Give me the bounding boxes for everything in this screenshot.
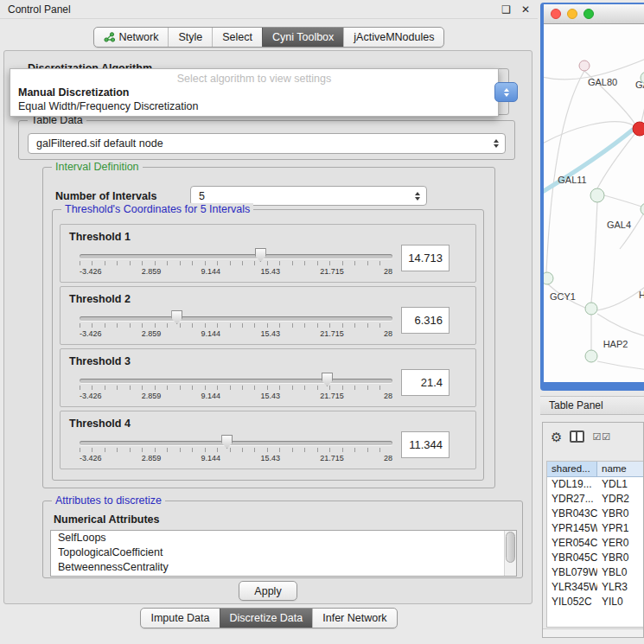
table-cell[interactable]: YER0 bbox=[597, 536, 643, 551]
tab-discretize-data[interactable]: Discretize Data bbox=[220, 609, 313, 628]
threshold-value-field[interactable]: 11.344 bbox=[401, 431, 450, 458]
table-row[interactable]: YDR27... YDR2 bbox=[547, 492, 643, 507]
slider-thumb[interactable] bbox=[322, 373, 333, 386]
threshold-2-slider[interactable]: -3.426 2.859 9.144 15.43 21.715 28 bbox=[80, 311, 392, 341]
scale-label: 15.43 bbox=[260, 267, 280, 276]
table-cell[interactable]: YBR043C bbox=[547, 507, 597, 521]
table-cell[interactable]: YPR145W bbox=[547, 521, 597, 536]
threshold-1-slider[interactable]: -3.426 2.859 9.144 15.43 21.715 28 bbox=[80, 249, 392, 278]
table-cell[interactable]: YBL0 bbox=[597, 565, 643, 580]
slider-track[interactable] bbox=[80, 254, 392, 258]
table-row[interactable]: YER054C YER0 bbox=[547, 536, 643, 551]
table-cell[interactable]: YLR345W bbox=[547, 580, 597, 595]
column-layout-icon[interactable] bbox=[570, 430, 584, 443]
slider-thumb[interactable] bbox=[171, 310, 182, 324]
list-item[interactable]: BetweennessCentrality bbox=[51, 560, 516, 575]
table-row[interactable]: YDL19... YDL1 bbox=[547, 477, 643, 492]
threshold-3-slider[interactable]: -3.426 2.859 9.144 15.43 21.715 28 bbox=[80, 373, 392, 403]
minimize-traffic-light-icon[interactable] bbox=[567, 9, 577, 19]
tab-style[interactable]: Style bbox=[168, 28, 212, 47]
slider-track[interactable] bbox=[80, 379, 392, 383]
dropdown-hint-item: Select algorithm to view settings bbox=[10, 72, 498, 86]
network-node[interactable] bbox=[590, 188, 604, 202]
slider-track[interactable] bbox=[80, 316, 392, 321]
list-item[interactable]: SelfLoops bbox=[51, 531, 516, 545]
tab-infer-network[interactable]: Infer Network bbox=[312, 609, 396, 628]
table-cell[interactable]: YBR045C bbox=[547, 551, 597, 565]
scale-label: 28 bbox=[384, 329, 392, 338]
table-cell[interactable]: YBR0 bbox=[597, 551, 643, 565]
network-canvas[interactable]: GAL80 GA GAL11 GAL4 GCY1 H HAP2 bbox=[544, 24, 644, 382]
network-node[interactable] bbox=[641, 203, 644, 215]
table-cell[interactable]: YIL052C bbox=[547, 595, 597, 609]
table-cell[interactable]: YDL19... bbox=[547, 477, 597, 492]
table-cell[interactable]: YIL0 bbox=[597, 595, 643, 609]
table-cell[interactable]: YDR2 bbox=[597, 492, 643, 507]
vertical-scrollbar[interactable] bbox=[504, 531, 516, 576]
node-label: GAL80 bbox=[588, 77, 617, 87]
threshold-value-field[interactable]: 14.713 bbox=[401, 245, 450, 271]
threshold-value-field[interactable]: 21.4 bbox=[401, 369, 450, 396]
table-row[interactable]: YBR045C YBR0 bbox=[547, 551, 643, 565]
network-window-titlebar[interactable] bbox=[544, 4, 644, 24]
tab-label: Infer Network bbox=[322, 612, 386, 624]
select-columns-icon[interactable]: ☑☑ bbox=[592, 431, 611, 443]
attributes-group: Attributes to discretize Numerical Attri… bbox=[42, 501, 523, 578]
scale-label: 9.144 bbox=[201, 392, 221, 400]
close-traffic-light-icon[interactable] bbox=[551, 9, 561, 19]
table-cell[interactable]: YBL079W bbox=[547, 565, 597, 580]
control-panel-titlebar: Control Panel ❑ ✕ bbox=[0, 0, 538, 19]
column-header-shared-name[interactable]: shared... bbox=[547, 462, 597, 477]
table-row[interactable]: YIL052C YIL0 bbox=[547, 595, 643, 609]
table-row[interactable]: YBR043C YBR0 bbox=[547, 507, 643, 521]
slider-scale: -3.426 2.859 9.144 15.43 21.715 28 bbox=[80, 392, 392, 400]
tab-cyni-toolbox[interactable]: Cyni Toolbox bbox=[262, 28, 343, 47]
network-node[interactable] bbox=[585, 303, 597, 315]
threshold-value-field[interactable]: 6.316 bbox=[401, 307, 450, 334]
network-node[interactable] bbox=[579, 61, 590, 71]
table-panel-titlebar: Table Panel bbox=[540, 396, 644, 415]
network-node-selected-red[interactable] bbox=[633, 122, 644, 136]
slider-thumb[interactable] bbox=[221, 435, 233, 449]
float-window-icon[interactable]: ❑ bbox=[501, 4, 511, 15]
tab-segment: Network Style Select Cyni Toolbox jActiv… bbox=[93, 27, 445, 48]
scale-label: -3.426 bbox=[80, 329, 102, 338]
threshold-4-slider[interactable]: -3.426 2.859 9.144 15.43 21.715 28 bbox=[80, 436, 392, 465]
network-node[interactable] bbox=[544, 272, 553, 284]
list-item[interactable]: TopologicalCoefficient bbox=[51, 545, 516, 560]
dropdown-option-manual-discretization[interactable]: Manual Discretization bbox=[10, 86, 498, 99]
table-row[interactable]: YBL079W YBL0 bbox=[547, 565, 643, 580]
window-title: Control Panel bbox=[8, 3, 71, 16]
tab-impute-data[interactable]: Impute Data bbox=[141, 609, 219, 628]
horizontal-scrollbar[interactable] bbox=[543, 628, 643, 637]
table-row[interactable]: YPR145W YPR1 bbox=[547, 521, 643, 536]
table-cell[interactable]: YBR0 bbox=[597, 507, 643, 521]
table-cell[interactable]: YDL1 bbox=[597, 477, 643, 492]
network-node[interactable] bbox=[585, 350, 597, 362]
table-cell[interactable]: YER054C bbox=[547, 536, 597, 551]
scrollbar-thumb[interactable] bbox=[506, 532, 515, 563]
table-cell[interactable]: YLR3 bbox=[597, 580, 643, 595]
dropdown-option-equal-width[interactable]: Equal Width/Frequency Discretization bbox=[10, 99, 498, 113]
scale-label: 15.43 bbox=[260, 392, 280, 400]
column-header-name[interactable]: name bbox=[597, 462, 643, 477]
node-label: GA bbox=[635, 80, 644, 90]
combo-value: galFiltered.sif default node bbox=[29, 137, 490, 150]
tab-network[interactable]: Network bbox=[94, 28, 169, 47]
control-panel-window: Control Panel ❑ ✕ Network Style Select C… bbox=[0, 0, 538, 644]
close-window-icon[interactable]: ✕ bbox=[521, 4, 530, 15]
slider-ticks bbox=[80, 323, 392, 328]
algorithm-combo-stepper[interactable] bbox=[494, 82, 518, 102]
tab-select[interactable]: Select bbox=[212, 28, 262, 47]
table-row[interactable]: YLR345W YLR3 bbox=[547, 580, 643, 595]
settings-gear-icon[interactable]: ⚙ bbox=[551, 430, 562, 443]
zoom-traffic-light-icon[interactable] bbox=[583, 9, 594, 19]
table-cell[interactable]: YDR27... bbox=[547, 492, 597, 507]
tab-jactivemnodules[interactable]: jActiveMNodules bbox=[343, 28, 443, 47]
table-cell[interactable]: YPR1 bbox=[597, 521, 643, 536]
slider-track[interactable] bbox=[80, 441, 392, 445]
slider-thumb[interactable] bbox=[255, 248, 266, 262]
apply-button[interactable]: Apply bbox=[239, 581, 297, 601]
table-data-combo[interactable]: galFiltered.sif default node bbox=[28, 133, 506, 154]
threshold-4-box: Threshold 4 -3.426 2.859 9.144 15.43 21.… bbox=[60, 411, 476, 469]
